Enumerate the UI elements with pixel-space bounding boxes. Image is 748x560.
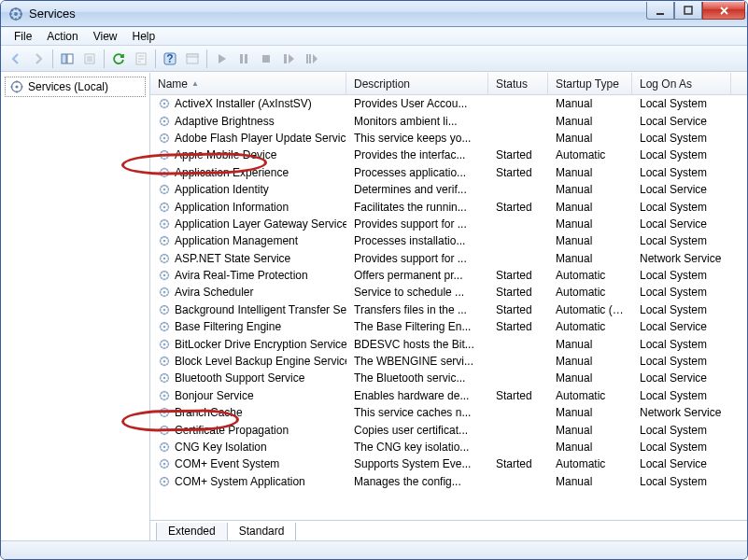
service-gear-icon bbox=[158, 457, 171, 470]
refresh-button[interactable] bbox=[107, 48, 130, 70]
menu-view[interactable]: View bbox=[86, 28, 125, 45]
service-name: Adobe Flash Player Update Service bbox=[175, 132, 346, 145]
menu-file[interactable]: File bbox=[7, 28, 39, 45]
service-row[interactable]: Application ExperienceProcesses applicat… bbox=[150, 164, 747, 181]
help-button[interactable]: ? bbox=[159, 48, 181, 70]
show-hide-tree-button[interactable] bbox=[56, 48, 78, 70]
service-startup: Manual bbox=[548, 424, 632, 437]
service-startup: Automatic bbox=[548, 269, 632, 282]
service-description: The Base Filtering En... bbox=[346, 320, 488, 333]
service-startup: Automatic (D... bbox=[548, 303, 632, 316]
service-row[interactable]: Adaptive BrightnessMonitors ambient li..… bbox=[150, 112, 747, 129]
menu-help[interactable]: Help bbox=[125, 28, 163, 45]
service-row[interactable]: Background Intelligent Transfer ServiceT… bbox=[150, 301, 747, 318]
maximize-button[interactable] bbox=[674, 2, 702, 20]
service-startup: Manual bbox=[548, 406, 632, 419]
service-row[interactable]: ActiveX Installer (AxInstSV)Provides Use… bbox=[150, 95, 747, 112]
properties-button[interactable] bbox=[130, 48, 152, 70]
start-service-button[interactable] bbox=[210, 48, 233, 70]
svg-point-59 bbox=[163, 428, 166, 431]
service-row[interactable]: COM+ System ApplicationManages the confi… bbox=[150, 473, 747, 490]
service-row[interactable]: COM+ Event SystemSupports System Eve...S… bbox=[150, 455, 747, 472]
service-logon: Local Service bbox=[632, 320, 731, 333]
menubar: File Action View Help bbox=[1, 27, 747, 46]
svg-rect-13 bbox=[245, 54, 247, 63]
service-gear-icon bbox=[158, 424, 171, 437]
col-description[interactable]: Description bbox=[346, 73, 488, 94]
col-status[interactable]: Status bbox=[488, 73, 548, 94]
service-description: Processes applicatio... bbox=[346, 166, 488, 179]
service-name: Apple Mobile Device bbox=[175, 148, 276, 161]
service-row[interactable]: Block Level Backup Engine ServiceThe WBE… bbox=[150, 353, 747, 370]
forward-button[interactable] bbox=[27, 48, 49, 70]
restart-service-button[interactable] bbox=[277, 48, 300, 70]
list-body[interactable]: ActiveX Installer (AxInstSV)Provides Use… bbox=[150, 95, 747, 520]
service-row[interactable]: Application ManagementProcesses installa… bbox=[150, 232, 747, 249]
service-row[interactable]: Application InformationFacilitates the r… bbox=[150, 198, 747, 215]
service-name: Application Information bbox=[175, 201, 289, 214]
service-gear-icon bbox=[158, 389, 171, 402]
svg-point-35 bbox=[163, 223, 166, 226]
tab-extended[interactable]: Extended bbox=[156, 523, 228, 540]
titlebar[interactable]: Services bbox=[1, 1, 747, 27]
service-name: Base Filtering Engine bbox=[175, 320, 281, 333]
minimize-button[interactable] bbox=[646, 2, 674, 20]
main-content: Services (Local) Name▲ Description Statu… bbox=[1, 72, 747, 540]
service-gear-icon bbox=[158, 217, 171, 231]
service-row[interactable]: CNG Key IsolationThe CNG key isolatio...… bbox=[150, 439, 747, 455]
service-row[interactable]: Apple Mobile DeviceProvides the interfac… bbox=[150, 147, 747, 163]
service-description: Service to schedule ... bbox=[346, 286, 488, 299]
sort-indicator-icon: ▲ bbox=[191, 79, 199, 88]
service-startup: Manual bbox=[548, 441, 632, 454]
service-row[interactable]: Base Filtering EngineThe Base Filtering … bbox=[150, 318, 747, 335]
service-row[interactable]: Avira Real-Time ProtectionOffers permane… bbox=[150, 267, 747, 284]
service-startup: Manual bbox=[548, 371, 632, 385]
resume-service-button[interactable] bbox=[300, 48, 322, 70]
back-button[interactable] bbox=[5, 48, 27, 70]
svg-point-41 bbox=[163, 274, 166, 277]
col-startup[interactable]: Startup Type bbox=[548, 73, 632, 94]
service-row[interactable]: Bluetooth Support ServiceThe Bluetooth s… bbox=[150, 370, 747, 386]
export-list-button[interactable] bbox=[78, 48, 101, 70]
col-name[interactable]: Name▲ bbox=[150, 73, 346, 94]
service-logon: Local System bbox=[632, 201, 731, 214]
tab-standard[interactable]: Standard bbox=[227, 523, 297, 540]
service-name: Avira Scheduler bbox=[175, 286, 254, 299]
service-row[interactable]: BranchCacheThis service caches n...Manua… bbox=[150, 404, 747, 421]
svg-point-49 bbox=[163, 343, 166, 345]
service-startup: Manual bbox=[548, 115, 632, 128]
service-gear-icon bbox=[158, 234, 171, 247]
service-gear-icon bbox=[158, 371, 171, 385]
service-row[interactable]: Application IdentityDetermines and verif… bbox=[150, 181, 747, 198]
service-name: ActiveX Installer (AxInstSV) bbox=[175, 97, 312, 110]
show-hide-action-button[interactable] bbox=[181, 48, 204, 70]
close-button[interactable] bbox=[702, 2, 745, 20]
service-row[interactable]: Avira SchedulerService to schedule ...St… bbox=[150, 284, 747, 301]
service-logon: Local System bbox=[632, 148, 731, 161]
svg-rect-15 bbox=[284, 54, 287, 63]
service-startup: Manual bbox=[548, 252, 632, 265]
stop-service-button[interactable] bbox=[255, 48, 277, 70]
service-description: Offers permanent pr... bbox=[346, 269, 488, 282]
service-row[interactable]: Adobe Flash Player Update ServiceThis se… bbox=[150, 130, 747, 147]
service-description: Provides the interfac... bbox=[346, 148, 488, 161]
svg-rect-3 bbox=[684, 7, 692, 14]
service-description: Monitors ambient li... bbox=[346, 115, 488, 128]
service-row[interactable]: BitLocker Drive Encryption ServiceBDESVC… bbox=[150, 335, 747, 352]
service-logon: Local System bbox=[632, 132, 731, 145]
service-status: Started bbox=[488, 269, 548, 282]
menu-action[interactable]: Action bbox=[39, 28, 85, 45]
service-row[interactable]: Application Layer Gateway ServiceProvide… bbox=[150, 216, 747, 232]
service-gear-icon bbox=[158, 355, 171, 368]
pause-service-button[interactable] bbox=[233, 48, 255, 70]
service-name: Background Intelligent Transfer Service bbox=[175, 303, 346, 316]
service-row[interactable]: Certificate PropagationCopies user certi… bbox=[150, 421, 747, 438]
service-row[interactable]: Bonjour ServiceEnables hardware de...Sta… bbox=[150, 387, 747, 404]
col-logon[interactable]: Log On As bbox=[632, 73, 731, 94]
svg-rect-5 bbox=[67, 54, 73, 63]
service-status: Started bbox=[488, 148, 548, 161]
service-logon: Local Service bbox=[632, 183, 731, 196]
service-logon: Local System bbox=[632, 424, 731, 437]
tree-root-item[interactable]: Services (Local) bbox=[5, 77, 146, 97]
service-row[interactable]: ASP.NET State ServiceProvides support fo… bbox=[150, 250, 747, 267]
